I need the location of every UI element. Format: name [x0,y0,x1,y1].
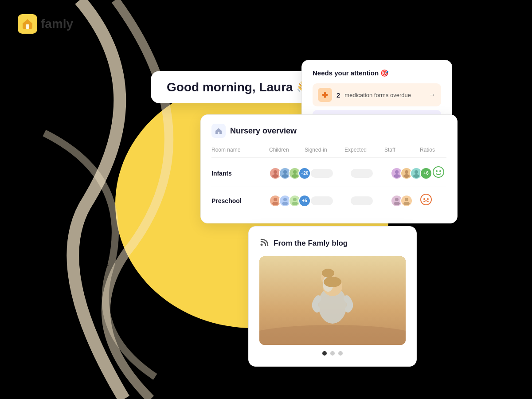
infants-signed-in [311,169,351,178]
logo-text: famly [41,17,73,31]
attention-row-medication[interactable]: 2 medication forms overdue → [313,83,441,106]
infants-expected [351,169,391,178]
svg-point-14 [395,170,399,174]
blog-image [259,256,406,345]
svg-rect-2 [26,24,29,29]
svg-point-33 [421,194,431,205]
medication-label: medication forms overdue [344,92,424,98]
preschool-ratio-icon [420,193,446,208]
medication-icon [318,88,332,102]
room-name-preschool: Preschool [211,197,269,204]
svg-point-26 [282,202,288,205]
svg-point-24 [272,202,278,205]
greeting-text: Good morning, Laura 👋 [167,80,312,94]
attention-title-text: Needs your attention 🎯 [313,69,389,77]
nursery-table-header: Room name Children Signed-in Expected St… [211,145,446,158]
dot-1[interactable] [322,351,327,356]
svg-point-10 [283,170,287,174]
infants-children-avatars: +20 [269,167,311,180]
col-ratios: Ratios [420,147,446,153]
svg-point-15 [394,174,400,178]
dot-2[interactable] [330,351,335,356]
svg-point-35 [427,198,429,200]
preschool-children-count: +5 [298,195,311,207]
nursery-title: Nursery overview [211,124,446,138]
svg-point-8 [274,170,277,174]
svg-point-16 [405,170,408,174]
col-staff: Staff [384,147,420,153]
nursery-title-text: Nursery overview [230,126,297,136]
svg-point-18 [415,170,418,174]
logo: famly [18,14,73,34]
col-room-name: Room name [211,147,269,153]
svg-point-29 [395,198,399,201]
dot-3[interactable] [338,351,343,356]
infants-staff-count: +6 [420,167,432,180]
table-row-preschool[interactable]: Preschool +5 [211,187,446,214]
preschool-expected [351,196,391,205]
svg-rect-4 [322,94,328,96]
col-expected: Expected [344,147,384,153]
col-children: Children [269,147,305,153]
svg-point-44 [324,277,341,287]
svg-point-30 [394,202,400,205]
svg-point-25 [283,198,287,201]
svg-point-23 [274,198,277,201]
svg-point-20 [433,167,444,177]
svg-point-17 [403,174,410,178]
svg-point-11 [282,174,288,178]
medication-count: 2 [336,91,340,99]
svg-point-38 [259,325,406,345]
infants-ratio-icon [432,166,459,180]
svg-point-13 [292,174,298,178]
staff-avatar-p2 [400,195,413,207]
col-signed-in: Signed-in [305,147,344,153]
infants-children-count: +20 [298,167,311,180]
svg-point-19 [413,174,419,178]
room-name-infants: Infants [211,170,269,177]
svg-point-43 [322,269,334,278]
preschool-signed-in [311,196,351,205]
svg-point-28 [292,202,298,205]
svg-point-12 [293,170,297,174]
svg-point-22 [439,170,441,172]
preschool-staff-avatars [391,195,420,207]
blog-title: From the Famly blog [259,237,406,249]
logo-icon [18,14,37,34]
svg-point-32 [403,202,410,205]
table-row-infants[interactable]: Infants +20 +6 [211,160,446,187]
svg-marker-1 [23,19,32,23]
nursery-home-icon [211,124,226,138]
svg-point-36 [261,244,263,246]
blog-card: From the Famly blog [248,226,417,367]
svg-point-27 [293,198,297,201]
blog-carousel-dots [259,351,406,356]
nursery-overview-card: Nursery overview Room name Children Sign… [200,114,458,223]
medication-arrow-icon: → [429,91,436,99]
svg-point-34 [423,198,425,200]
svg-point-31 [405,198,408,201]
preschool-children-avatars: +5 [269,195,311,207]
svg-point-21 [436,170,438,172]
infants-staff-avatars: +6 [391,167,432,180]
attention-title: Needs your attention 🎯 [313,69,441,77]
rss-icon [259,237,269,249]
blog-title-text: From the Famly blog [274,239,348,248]
svg-point-9 [272,174,278,178]
